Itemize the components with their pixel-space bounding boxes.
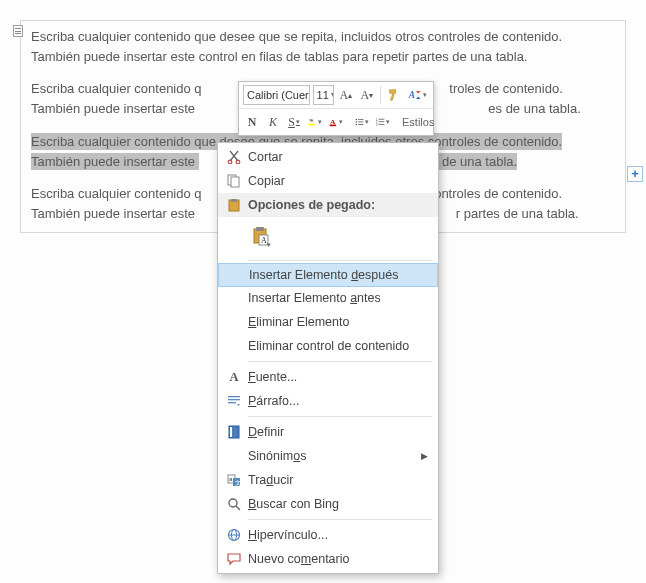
copy-icon <box>222 171 246 191</box>
paragraph-text: También puede insertar este <box>31 206 195 221</box>
search-icon <box>222 494 246 514</box>
font-icon: A <box>222 367 246 387</box>
add-item-button[interactable]: + <box>627 166 643 182</box>
svg-rect-7 <box>358 122 363 123</box>
svg-rect-21 <box>231 199 237 202</box>
svg-point-17 <box>236 160 240 164</box>
paragraph-text: Escriba cualquier contenido que desee qu… <box>31 29 562 44</box>
svg-rect-30 <box>230 427 232 437</box>
font-name-value: Calibri (Cuerpo <box>247 86 310 104</box>
bullets-button[interactable]: ▾ <box>353 112 371 132</box>
menu-remove-element[interactable]: Eliminar Elemento <box>218 310 438 334</box>
paragraph-text: r partes de una tabla. <box>456 206 579 221</box>
menu-define[interactable]: Definir <box>218 420 438 444</box>
svg-rect-1 <box>309 124 315 126</box>
svg-rect-15 <box>379 124 385 125</box>
menu-separator <box>248 260 432 261</box>
menu-paragraph[interactable]: Párrafo... <box>218 389 438 413</box>
menu-copy[interactable]: Copiar <box>218 169 438 193</box>
menu-translate[interactable]: a文 Traducir <box>218 468 438 492</box>
svg-rect-28 <box>228 402 236 403</box>
paragraph-text: También puede insertar este <box>31 101 195 116</box>
menu-remove-content-control[interactable]: Eliminar control de contenido <box>218 334 438 358</box>
menu-cut[interactable]: Cortar <box>218 145 438 169</box>
svg-rect-9 <box>358 124 363 125</box>
repeating-item-1: Escriba cualquier contenido que desee qu… <box>31 27 615 67</box>
svg-text:文: 文 <box>235 479 241 486</box>
paragraph-text: Escriba cualquier contenido q <box>31 81 202 96</box>
svg-point-6 <box>356 121 358 123</box>
menu-paste-options-header: Opciones de pegado: <box>218 193 438 217</box>
highlight-button[interactable]: ▾ <box>306 112 324 132</box>
bold-button[interactable]: N <box>243 112 261 132</box>
svg-rect-23 <box>256 227 264 231</box>
paragraph-text: Escriba cualquier contenido q <box>31 186 202 201</box>
styles-label: Estilos <box>400 116 434 128</box>
svg-rect-27 <box>228 399 240 400</box>
svg-point-16 <box>228 160 232 164</box>
translate-icon: a文 <box>222 470 246 490</box>
dropdown-icon: ▾ <box>423 91 427 99</box>
menu-separator <box>248 519 432 520</box>
separator <box>380 86 381 104</box>
dropdown-icon: ▾ <box>267 241 271 249</box>
font-size-value: 11 <box>317 86 329 104</box>
format-painter-button[interactable] <box>385 85 403 105</box>
context-menu: Cortar Copiar Opciones de pegado: A ▾ In… <box>217 142 439 574</box>
menu-insert-after[interactable]: Insertar Elemento después <box>218 263 438 287</box>
grow-font-button[interactable]: A▴ <box>337 85 355 105</box>
italic-button[interactable]: K <box>264 112 282 132</box>
menu-font[interactable]: A Fuente... <box>218 365 438 389</box>
submenu-arrow-icon: ▶ <box>421 451 428 461</box>
svg-text:3: 3 <box>376 123 378 127</box>
svg-rect-26 <box>228 396 240 397</box>
svg-rect-5 <box>358 119 363 120</box>
paste-icon <box>222 195 246 215</box>
font-size-combo[interactable]: 11 ▾ <box>313 85 334 105</box>
paragraph-text: troles de contenido. <box>449 81 562 96</box>
svg-point-35 <box>229 499 237 507</box>
font-name-combo[interactable]: Calibri (Cuerpo ▾ <box>243 85 310 105</box>
underline-button[interactable]: S▾ <box>285 112 303 132</box>
svg-rect-3 <box>330 125 336 127</box>
shrink-font-button[interactable]: A▾ <box>358 85 376 105</box>
paragraph-text: es de una tabla. <box>488 101 581 116</box>
svg-text:A: A <box>408 90 415 100</box>
mini-toolbar: Calibri (Cuerpo ▾ 11 ▾ A▴ A▾ A ▾ N K S▾ … <box>238 81 434 136</box>
paragraph-text: También puede insertar este control en f… <box>31 49 527 64</box>
menu-synonyms[interactable]: Sinónimos ▶ <box>218 444 438 468</box>
svg-point-4 <box>356 119 358 121</box>
svg-rect-11 <box>379 119 385 120</box>
menu-search-bing[interactable]: Buscar con Bing <box>218 492 438 516</box>
svg-rect-13 <box>379 121 385 122</box>
menu-insert-before[interactable]: Insertar Elemento antes <box>218 286 438 310</box>
paste-options-row: A ▾ <box>218 217 438 257</box>
menu-new-comment[interactable]: Nuevo comentario <box>218 547 438 571</box>
cut-icon <box>222 147 246 167</box>
svg-rect-19 <box>231 177 239 187</box>
menu-hyperlink[interactable]: Hipervínculo... <box>218 523 438 547</box>
menu-separator <box>248 416 432 417</box>
selected-text[interactable]: También puede insertar este <box>31 153 199 170</box>
styles-button[interactable]: A ▾ <box>406 85 429 105</box>
svg-point-8 <box>356 124 358 126</box>
define-icon <box>222 422 246 442</box>
menu-separator <box>248 361 432 362</box>
content-control-handle[interactable] <box>13 25 23 37</box>
paragraph-icon <box>222 391 246 411</box>
numbering-button[interactable]: 123▾ <box>374 112 392 132</box>
hyperlink-icon <box>222 525 246 545</box>
comment-icon <box>222 549 246 569</box>
font-color-button[interactable]: A▾ <box>327 112 345 132</box>
paste-keep-text-button[interactable]: A ▾ <box>248 221 274 251</box>
dropdown-icon: ▾ <box>331 86 334 104</box>
